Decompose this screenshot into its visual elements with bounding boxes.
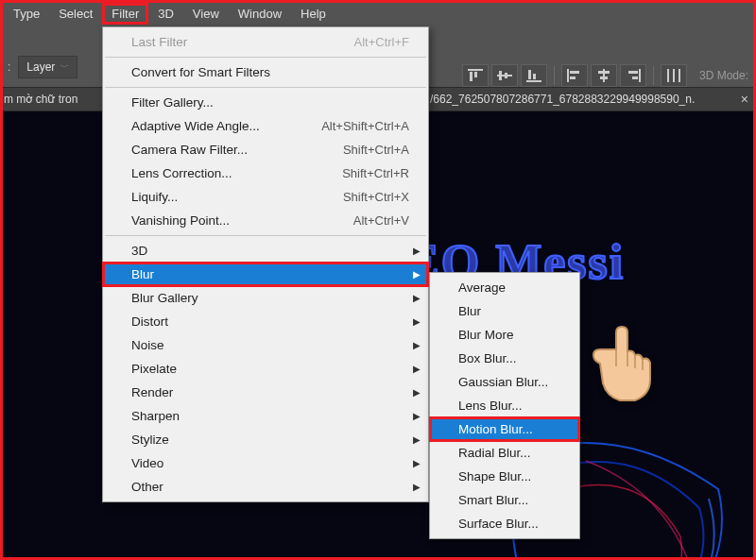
submenu-item-shape-blur[interactable]: Shape Blur...: [430, 465, 579, 488]
doctab-text-right: /662_762507807286771_6782883229949998590…: [430, 93, 695, 106]
menu-item-liquify[interactable]: Liquify...Shift+Ctrl+X: [103, 185, 428, 209]
svg-rect-17: [632, 76, 638, 79]
submenu-arrow-icon: ▶: [413, 269, 421, 280]
align-left-button[interactable]: [561, 64, 588, 87]
svg-rect-8: [533, 74, 536, 79]
menu-help[interactable]: Help: [291, 3, 335, 25]
svg-rect-14: [600, 76, 608, 79]
menu-select[interactable]: Select: [49, 3, 102, 25]
submenu-arrow-icon: ▶: [413, 387, 421, 398]
svg-rect-19: [673, 69, 675, 82]
align-vcenter-button[interactable]: [491, 64, 518, 87]
menu-item-stylize-submenu[interactable]: Stylize▶: [103, 428, 428, 451]
svg-rect-2: [474, 72, 477, 77]
align-right-button[interactable]: [620, 64, 646, 87]
submenu-arrow-icon: ▶: [413, 482, 421, 492]
svg-rect-5: [505, 73, 507, 78]
menu-3d[interactable]: 3D: [148, 3, 183, 25]
submenu-arrow-icon: ▶: [413, 458, 421, 468]
distribute-button[interactable]: [661, 64, 687, 87]
submenu-item-radial-blur[interactable]: Radial Blur...: [430, 441, 579, 465]
menu-item-vanishing-point[interactable]: Vanishing Point...Alt+Ctrl+V: [103, 209, 428, 232]
menu-item-last-filter: Last Filter Alt+Ctrl+F: [103, 30, 428, 54]
submenu-item-blur[interactable]: Blur: [430, 299, 579, 323]
menu-item-convert-smart[interactable]: Convert for Smart Filters: [103, 60, 428, 84]
menu-window[interactable]: Window: [229, 3, 291, 25]
filter-dropdown-menu: Last Filter Alt+Ctrl+F Convert for Smart…: [102, 26, 429, 502]
submenu-item-blur-more[interactable]: Blur More: [430, 323, 579, 347]
menu-view[interactable]: View: [183, 3, 229, 25]
submenu-arrow-icon: ▶: [413, 411, 421, 421]
submenu-arrow-icon: ▶: [413, 364, 421, 374]
submenu-item-gaussian-blur[interactable]: Gaussian Blur...: [430, 370, 579, 394]
menu-item-video-submenu[interactable]: Video▶: [103, 451, 428, 475]
menu-item-3d-submenu[interactable]: 3D▶: [103, 239, 428, 263]
3d-mode-label: 3D Mode:: [699, 69, 748, 82]
submenu-item-lens-blur[interactable]: Lens Blur...: [430, 394, 579, 417]
submenu-arrow-icon: ▶: [413, 316, 421, 327]
layer-dropdown[interactable]: Layer ﹀: [18, 56, 77, 78]
submenu-item-average[interactable]: Average: [430, 276, 579, 299]
align-bottom-button[interactable]: [521, 64, 547, 87]
menu-filter[interactable]: Filter: [102, 3, 148, 25]
submenu-arrow-icon: ▶: [413, 340, 421, 350]
doctab-text-left: m mờ chữ tron: [4, 93, 77, 106]
blur-submenu: Average Blur Blur More Box Blur... Gauss…: [429, 272, 580, 539]
submenu-item-surface-blur[interactable]: Surface Blur...: [430, 512, 579, 535]
layer-dropdown-label: Layer: [26, 60, 55, 74]
svg-rect-10: [570, 71, 579, 74]
menu-item-sharpen-submenu[interactable]: Sharpen▶: [103, 404, 428, 428]
menu-item-noise-submenu[interactable]: Noise▶: [103, 333, 428, 357]
submenu-item-box-blur[interactable]: Box Blur...: [430, 347, 579, 370]
close-tab-icon[interactable]: ×: [741, 92, 748, 107]
menu-item-adaptive-wide[interactable]: Adaptive Wide Angle...Alt+Shift+Ctrl+A: [103, 114, 428, 138]
align-hcenter-button[interactable]: [591, 64, 617, 87]
menu-item-render-submenu[interactable]: Render▶: [103, 381, 428, 404]
separator: [653, 66, 654, 85]
submenu-item-motion-blur[interactable]: Motion Blur...: [430, 417, 579, 441]
align-top-button[interactable]: [462, 64, 489, 87]
menu-separator: [105, 235, 426, 236]
menu-separator: [105, 87, 426, 88]
svg-rect-6: [526, 80, 541, 82]
menu-type[interactable]: Type: [4, 3, 49, 25]
svg-rect-9: [567, 69, 569, 82]
menu-separator: [105, 57, 426, 58]
menu-item-other-submenu[interactable]: Other▶: [103, 475, 428, 499]
menu-item-blur-gallery-submenu[interactable]: Blur Gallery▶: [103, 286, 428, 310]
svg-rect-15: [639, 69, 641, 82]
menu-item-pixelate-submenu[interactable]: Pixelate▶: [103, 357, 428, 381]
menu-item-camera-raw[interactable]: Camera Raw Filter...Shift+Ctrl+A: [103, 138, 428, 161]
svg-rect-18: [667, 69, 669, 82]
align-button-group: 3D Mode:: [462, 64, 748, 87]
svg-rect-13: [598, 71, 610, 74]
submenu-arrow-icon: ▶: [413, 293, 421, 303]
svg-rect-20: [679, 69, 680, 82]
svg-rect-7: [528, 70, 531, 79]
submenu-arrow-icon: ▶: [413, 246, 421, 256]
svg-rect-16: [628, 71, 638, 74]
menu-item-filter-gallery[interactable]: Filter Gallery...: [103, 91, 428, 114]
pointing-hand-icon: [586, 321, 662, 406]
submenu-arrow-icon: ▶: [413, 434, 421, 445]
menu-item-lens-correction[interactable]: Lens Correction...Shift+Ctrl+R: [103, 161, 428, 185]
submenu-item-smart-blur[interactable]: Smart Blur...: [430, 488, 579, 512]
app-menubar: Type Select Filter 3D View Window Help: [0, 0, 756, 26]
svg-rect-4: [499, 71, 502, 80]
menu-item-distort-submenu[interactable]: Distort▶: [103, 310, 428, 333]
menu-item-blur-submenu[interactable]: Blur▶: [103, 263, 428, 286]
svg-rect-0: [468, 69, 483, 71]
separator: [554, 66, 555, 85]
svg-rect-1: [470, 72, 472, 81]
chevron-down-icon: ﹀: [60, 61, 69, 74]
svg-rect-11: [570, 76, 576, 79]
